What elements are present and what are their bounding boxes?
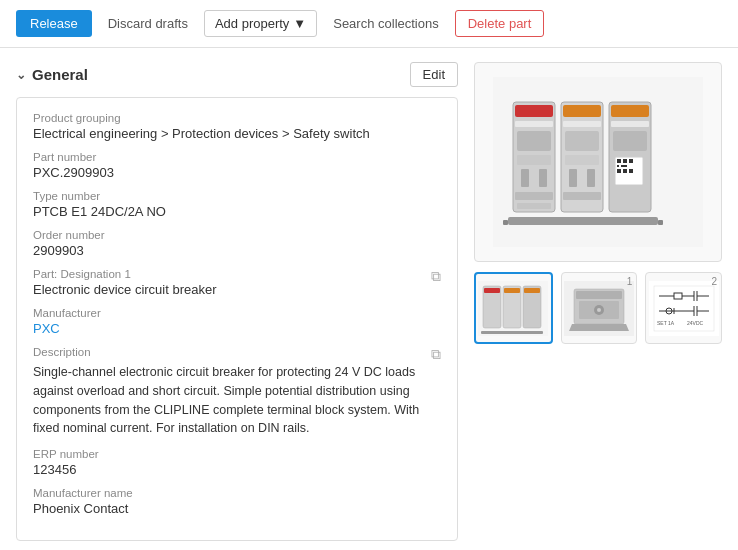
svg-rect-28: [617, 169, 621, 173]
svg-rect-23: [617, 159, 621, 163]
svg-rect-30: [629, 169, 633, 173]
copy-designation-icon[interactable]: ⧉: [431, 268, 441, 285]
svg-rect-14: [565, 155, 599, 165]
part-number-value: PXC.2909903: [33, 165, 441, 180]
svg-rect-19: [611, 105, 649, 117]
designation-row: Part: Designation 1 Electronic device ci…: [33, 268, 441, 297]
thumbnail-3-number: 2: [711, 276, 717, 287]
thumbnail-2-number: 1: [627, 276, 633, 287]
svg-marker-45: [569, 324, 629, 331]
erp-number-label: ERP number: [33, 448, 441, 460]
thumbnail-2[interactable]: 1: [561, 272, 638, 344]
product-image-svg: [493, 77, 703, 247]
properties-card: Product grouping Electrical engineering …: [16, 97, 458, 541]
svg-rect-41: [481, 331, 543, 334]
manufacturer-label: Manufacturer: [33, 307, 441, 319]
type-number-label: Type number: [33, 190, 441, 202]
description-row: Description ⧉: [33, 346, 441, 363]
thumbnail-1-svg: [478, 281, 548, 336]
description-group: Description ⧉ Single-channel electronic …: [33, 346, 441, 438]
designation-value: Electronic device circuit breaker: [33, 282, 217, 297]
chevron-down-icon: ▼: [293, 16, 306, 31]
thumbnail-1[interactable]: [474, 272, 553, 344]
svg-rect-32: [503, 220, 508, 225]
thumbnail-3[interactable]: 2: [645, 272, 722, 344]
svg-rect-3: [515, 121, 553, 127]
delete-part-button[interactable]: Delete part: [455, 10, 545, 37]
svg-rect-20: [611, 121, 649, 127]
product-grouping-group: Product grouping Electrical engineering …: [33, 112, 441, 141]
order-number-value: 2909903: [33, 243, 441, 258]
svg-rect-29: [623, 169, 627, 173]
svg-rect-7: [539, 169, 547, 187]
discard-drafts-button[interactable]: Discard drafts: [100, 10, 196, 37]
manufacturer-name-group: Manufacturer name Phoenix Contact: [33, 487, 441, 516]
designation-label: Part: Designation 1: [33, 268, 217, 280]
section-header: ⌄ General Edit: [16, 62, 458, 87]
right-panel: 1 2: [474, 62, 722, 541]
description-label: Description: [33, 346, 91, 358]
svg-point-48: [597, 308, 601, 312]
svg-rect-40: [524, 288, 540, 293]
svg-rect-17: [563, 192, 601, 200]
copy-description-icon[interactable]: ⧉: [431, 346, 441, 363]
section-title-text: General: [32, 66, 88, 83]
svg-rect-2: [515, 105, 553, 117]
product-grouping-value: Electrical engineering > Protection devi…: [33, 126, 441, 141]
part-number-group: Part number PXC.2909903: [33, 151, 441, 180]
thumbnail-3-svg: SET 1A 24VDC: [649, 281, 719, 336]
description-value: Single-channel electronic circuit breake…: [33, 363, 441, 438]
search-collections-button[interactable]: Search collections: [325, 10, 447, 37]
part-number-label: Part number: [33, 151, 441, 163]
svg-rect-44: [576, 291, 622, 299]
svg-rect-31: [508, 217, 658, 225]
section-title: ⌄ General: [16, 66, 88, 83]
manufacturer-link[interactable]: PXC: [33, 321, 60, 336]
type-number-value: PTCB E1 24DC/2A NO: [33, 204, 441, 219]
type-number-group: Type number PTCB E1 24DC/2A NO: [33, 190, 441, 219]
svg-rect-15: [569, 169, 577, 187]
add-property-button[interactable]: Add property ▼: [204, 10, 317, 37]
designation-group: Part: Designation 1 Electronic device ci…: [33, 268, 441, 297]
add-property-label: Add property: [215, 16, 289, 31]
svg-rect-16: [587, 169, 595, 187]
toolbar: Release Discard drafts Add property ▼ Se…: [0, 0, 738, 48]
thumbnails-container: 1 2: [474, 272, 722, 344]
main-content: ⌄ General Edit Product grouping Electric…: [0, 48, 738, 550]
svg-rect-38: [504, 288, 520, 293]
svg-rect-24: [623, 159, 627, 163]
svg-text:SET 1A: SET 1A: [657, 320, 675, 326]
manufacturer-name-value: Phoenix Contact: [33, 501, 441, 516]
chevron-icon: ⌄: [16, 68, 26, 82]
svg-rect-33: [658, 220, 663, 225]
svg-rect-6: [521, 169, 529, 187]
svg-rect-36: [484, 288, 500, 293]
release-button[interactable]: Release: [16, 10, 92, 37]
erp-number-group: ERP number 123456: [33, 448, 441, 477]
svg-rect-12: [563, 121, 601, 127]
svg-rect-4: [517, 131, 551, 151]
svg-rect-5: [517, 155, 551, 165]
manufacturer-name-label: Manufacturer name: [33, 487, 441, 499]
svg-rect-11: [563, 105, 601, 117]
left-panel: ⌄ General Edit Product grouping Electric…: [16, 62, 458, 541]
svg-rect-26: [617, 165, 619, 167]
svg-rect-21: [613, 131, 647, 151]
svg-rect-25: [629, 159, 633, 163]
product-grouping-label: Product grouping: [33, 112, 441, 124]
svg-rect-8: [515, 192, 553, 200]
erp-number-value: 123456: [33, 462, 441, 477]
svg-rect-27: [621, 165, 627, 167]
edit-button[interactable]: Edit: [410, 62, 458, 87]
svg-text:24VDC: 24VDC: [687, 320, 704, 326]
order-number-group: Order number 2909903: [33, 229, 441, 258]
svg-rect-9: [517, 203, 551, 209]
order-number-label: Order number: [33, 229, 441, 241]
svg-rect-13: [565, 131, 599, 151]
thumbnail-2-svg: [564, 281, 634, 336]
main-image: [474, 62, 722, 262]
manufacturer-group: Manufacturer PXC: [33, 307, 441, 336]
